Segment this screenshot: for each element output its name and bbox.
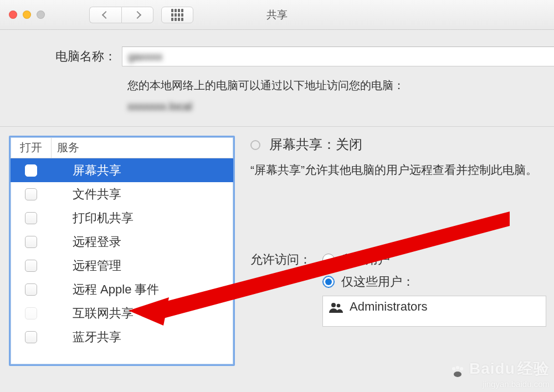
radio-label: 仅这些用户： <box>341 274 414 290</box>
watermark-brand: Baidu <box>469 360 515 377</box>
chevron-right-icon <box>134 11 141 18</box>
computer-name-panel: 电脑名称： gaxxxx 您的本地网络上的电脑可以通过以下地址访问您的电脑： x… <box>0 30 554 126</box>
allow-all-users-option[interactable]: 所有用户 <box>322 251 546 268</box>
service-checkbox[interactable] <box>25 164 37 177</box>
computer-name-hint: 您的本地网络上的电脑可以通过以下地址访问您的电脑： <box>127 76 554 94</box>
service-detail-panel: 屏幕共享：关闭 “屏幕共享”允许其他电脑的用户远程查看并控制此电脑。 允许访问：… <box>235 136 554 366</box>
service-row-remote-login[interactable]: 远程登录 <box>11 230 233 254</box>
service-label: 蓝牙共享 <box>52 329 233 345</box>
service-row-internet-sharing[interactable]: 互联网共享 <box>11 301 233 325</box>
service-row-remote-management[interactable]: 远程管理 <box>11 254 233 277</box>
computer-name-label: 电脑名称： <box>0 48 122 65</box>
service-label: 文件共享 <box>52 186 233 203</box>
window-title: 共享 <box>0 8 554 22</box>
service-row-printer-sharing[interactable]: 打印机共享 <box>11 206 233 230</box>
close-window-button[interactable] <box>9 11 17 19</box>
toolbar-nav-group <box>89 7 193 23</box>
forward-button[interactable] <box>121 7 153 23</box>
service-label: 打印机共享 <box>52 210 233 226</box>
radio-label: 所有用户 <box>341 251 390 268</box>
radio-icon <box>322 254 335 266</box>
service-label: 互联网共享 <box>52 305 233 322</box>
services-header-service: 服务 <box>52 137 233 158</box>
zoom-window-button[interactable] <box>37 11 45 19</box>
show-all-button[interactable] <box>161 7 193 23</box>
svg-point-7 <box>454 372 461 377</box>
window-titlebar: 共享 <box>0 0 554 30</box>
services-header-on: 打开 <box>11 137 52 158</box>
users-icon <box>329 302 344 313</box>
service-label: 远程管理 <box>52 257 233 274</box>
svg-point-6 <box>460 367 463 370</box>
traffic-lights <box>9 11 45 19</box>
service-label: 远程登录 <box>52 234 233 250</box>
allow-only-users-option[interactable]: 仅这些用户： <box>322 274 546 290</box>
service-description: “屏幕共享”允许其他电脑的用户远程查看并控制此电脑。 <box>250 161 546 179</box>
status-indicator-icon <box>250 140 260 150</box>
svg-point-5 <box>456 366 459 369</box>
minimize-window-button[interactable] <box>23 11 31 19</box>
chevron-left-icon <box>101 11 109 18</box>
watermark: Baidu 经验 jingyan.baidu.com <box>450 358 550 389</box>
service-checkbox[interactable] <box>25 212 37 224</box>
service-status: 屏幕共享：关闭 <box>269 136 362 153</box>
services-table[interactable]: 打开 服务 屏幕共享 文件共享 打印机共享 远程登录 远程管理 远程 Apple… <box>9 136 235 366</box>
svg-point-4 <box>452 367 455 370</box>
watermark-sub: 经验 <box>517 360 550 377</box>
radio-icon <box>322 276 335 288</box>
computer-address: xxxxxxx.local <box>127 97 554 115</box>
watermark-url: jingyan.baidu.com <box>450 379 550 389</box>
paw-icon <box>450 365 465 378</box>
service-checkbox[interactable] <box>25 331 37 343</box>
service-label: 远程 Apple 事件 <box>52 281 233 298</box>
svg-point-0 <box>331 303 336 307</box>
service-row-remote-apple-events[interactable]: 远程 Apple 事件 <box>11 277 233 301</box>
service-checkbox[interactable] <box>25 283 37 296</box>
service-checkbox[interactable] <box>25 260 37 272</box>
service-row-file-sharing[interactable]: 文件共享 <box>11 182 233 206</box>
service-checkbox[interactable] <box>25 307 37 319</box>
allowed-users-list[interactable]: Administrators <box>322 296 546 327</box>
computer-name-field[interactable]: gaxxxx <box>122 47 554 66</box>
allow-access-label: 允许访问： <box>250 251 322 327</box>
svg-point-1 <box>337 303 341 307</box>
user-entry: Administrators <box>350 300 428 314</box>
service-checkbox[interactable] <box>25 236 37 248</box>
computer-name-value: gaxxxx <box>128 50 162 63</box>
service-row-bluetooth-sharing[interactable]: 蓝牙共享 <box>11 325 233 349</box>
service-checkbox[interactable] <box>25 188 37 200</box>
grid-icon <box>171 9 183 21</box>
service-row-screen-sharing[interactable]: 屏幕共享 <box>11 158 233 182</box>
service-label: 屏幕共享 <box>52 162 233 179</box>
back-button[interactable] <box>89 7 121 23</box>
